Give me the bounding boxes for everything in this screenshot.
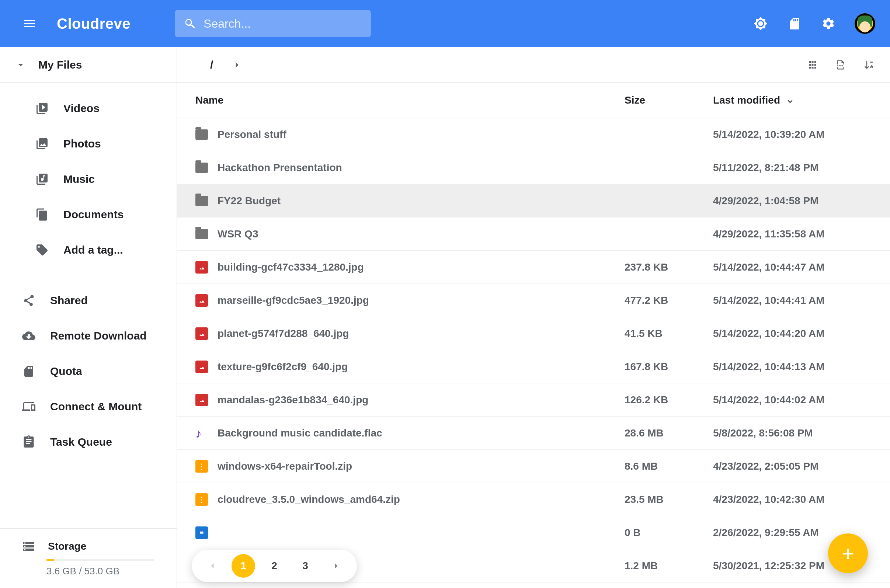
page-2-button[interactable]: 2 [263,554,286,578]
sd-card-icon [22,364,35,378]
file-row[interactable]: ⋮windows-x64-repairTool.zip8.6 MB4/23/20… [177,450,890,483]
page-3-button[interactable]: 3 [293,554,317,578]
sidebar-item-add-a-tag[interactable]: Add a tag... [0,232,177,268]
file-row[interactable]: ⋮cloudreve_3.5.0_windows_amd64.zip23.5 M… [177,483,890,516]
file-name: Background music candidate.flac [218,427,624,439]
folder-icon [195,129,208,140]
breadcrumb-root[interactable]: / [210,58,213,71]
theme-toggle-button[interactable] [753,16,768,32]
file-modified: 4/23/2022, 2:05:05 PM [713,460,872,472]
hamburger-icon [22,16,37,31]
settings-button[interactable] [821,16,836,32]
image-icon [195,360,208,373]
sidebar-item-label: Music [63,173,95,185]
file-modified: 5/8/2022, 8:56:08 PM [713,427,872,439]
file-size: 1.2 MB [624,560,713,572]
sidebar-item-music[interactable]: Music [0,162,177,197]
file-modified: 5/14/2022, 10:44:13 AM [713,361,872,373]
music-library-icon [35,172,49,186]
sidebar-item-label: Task Queue [50,436,112,448]
file-row[interactable]: planet-g574f7d288_640.jpg41.5 KB5/14/202… [177,317,890,350]
file-modified: 4/29/2022, 11:35:58 AM [713,228,872,240]
sidebar-item-label: Photos [63,138,101,150]
photo-library-icon [35,137,49,150]
file-modified: 5/11/2022, 8:21:48 PM [713,162,872,174]
folder-icon [195,163,208,173]
share-icon [22,294,35,307]
cloud-download-icon [22,329,35,342]
sidebar-tools-list: SharedRemote DownloadQuotaConnect & Moun… [0,276,177,466]
file-name: planet-g574f7d288_640.jpg [218,328,624,339]
sidebar-item-label: Remote Download [50,330,147,342]
file-list[interactable]: Personal stuff5/14/2022, 10:39:20 AMHack… [177,118,890,588]
music-note-icon: ♪ [195,427,202,440]
file-name: building-gcf47c3334_1280.jpg [218,261,624,273]
archive-icon: ⋮ [195,460,208,472]
file-row[interactable]: texture-g9fc6f2cf9_640.jpg167.8 KB5/14/2… [177,350,890,383]
file-size: 23.5 MB [624,494,713,506]
file-name: windows-x64-repairTool.zip [218,460,624,472]
file-size: 0 B [624,527,713,538]
storage-bar-fill [47,559,54,561]
file-modified: 5/14/2022, 10:44:02 AM [713,394,872,406]
file-row[interactable]: Hackathon Prensentation5/11/2022, 8:21:4… [177,151,890,184]
sidebar-item-label: Add a tag... [63,244,123,256]
sort-desc-icon [785,96,795,105]
plus-icon: + [842,542,854,566]
app-bar: Cloudreve [0,0,890,47]
sidebar-item-videos[interactable]: Videos [0,91,177,126]
sidebar-item-label: Connect & Mount [50,400,141,413]
file-row[interactable]: ♪Background music candidate.flac28.6 MB5… [177,417,890,450]
file-modified: 4/23/2022, 10:42:30 AM [713,494,872,506]
menu-button[interactable] [22,16,37,31]
page-next-button[interactable] [324,554,348,578]
search-box[interactable] [175,10,371,37]
sidebar-header-myfiles[interactable]: My Files [0,47,177,82]
column-size[interactable]: Size [624,94,713,106]
grid-icon [807,59,818,70]
storage-icon [22,540,35,553]
file-row[interactable]: marseille-gf9cdc5ae3_1920.jpg477.2 KB5/1… [177,284,890,317]
sort-button[interactable] [862,58,875,72]
app-brand[interactable]: Cloudreve [57,15,131,32]
file-size: 167.8 KB [624,361,713,373]
sidebar-item-task-queue[interactable]: Task Queue [0,424,177,460]
clipboard-icon [22,435,35,448]
sidebar-item-quota[interactable]: Quota [0,354,177,389]
page-settings-button[interactable] [834,58,847,72]
file-name: cloudreve_3.5.0_windows_amd64.zip [218,494,624,506]
add-fab[interactable]: + [828,534,868,573]
page-1-button[interactable]: 1 [231,554,255,578]
file-size: 41.5 KB [624,328,713,339]
column-name[interactable]: Name [195,94,624,106]
file-row[interactable]: Personal stuff5/14/2022, 10:39:20 AM [177,118,890,151]
tag-add-icon [35,243,49,256]
sidebar-item-photos[interactable]: Photos [0,126,177,162]
file-modified: 5/14/2022, 10:44:47 AM [713,261,872,273]
search-input[interactable] [204,17,362,31]
page-prev-button[interactable] [201,554,224,578]
file-row[interactable]: FY22 Budget4/29/2022, 1:04:58 PM [177,184,890,218]
file-name: marseille-gf9cdc5ae3_1920.jpg [218,294,624,306]
user-avatar[interactable] [855,13,875,34]
image-icon [195,294,208,307]
file-modified: 5/14/2022, 10:44:41 AM [713,294,872,306]
sidebar-item-shared[interactable]: Shared [0,283,177,318]
breadcrumb-bar: / [177,47,890,82]
file-row[interactable]: mandalas-g236e1b834_640.jpg126.2 KB5/14/… [177,383,890,417]
file-row[interactable]: WSR Q34/29/2022, 11:35:58 AM [177,218,890,250]
file-row[interactable]: ≡0 B2/26/2022, 9:29:55 AM [177,516,890,549]
sidebar-item-connect-mount[interactable]: Connect & Mount [0,389,177,424]
sidebar-item-remote-download[interactable]: Remote Download [0,318,177,354]
column-modified[interactable]: Last modified [713,94,872,106]
view-grid-button[interactable] [806,58,819,72]
sidebar-item-documents[interactable]: Documents [0,197,177,232]
storage-policy-button[interactable] [787,16,802,32]
file-row[interactable]: building-gcf47c3334_1280.jpg237.8 KB5/14… [177,250,890,284]
file-modified: 5/14/2022, 10:39:20 AM [713,129,872,141]
sort-az-icon [863,59,874,70]
storage-panel: Storage 3.6 GB / 53.0 GB [0,528,177,588]
image-icon [195,394,208,406]
sd-storage-icon [788,16,801,31]
sidebar-header-label: My Files [38,58,82,71]
